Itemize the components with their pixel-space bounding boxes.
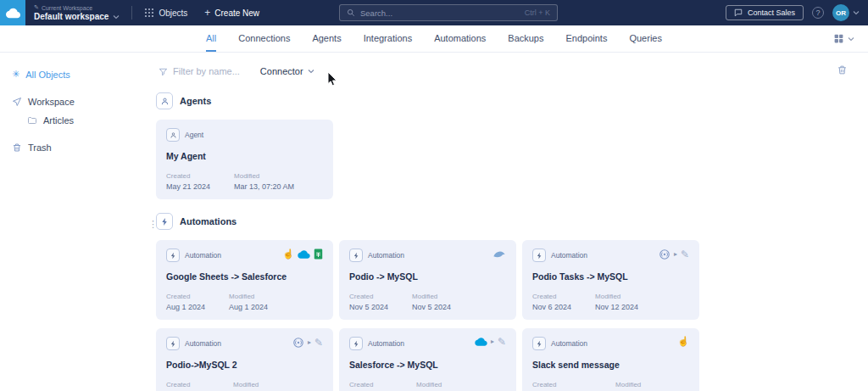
automations-card-grid: Automation ☝ Google Sheets -> Salesforce… [156, 240, 868, 391]
modified-label: Modified [416, 381, 459, 388]
tab-connections[interactable]: Connections [238, 25, 290, 52]
automation-card[interactable]: Automation ▸ ✎ Salesforce -> MySQL Creat… [339, 328, 516, 391]
chevron-down-icon [853, 10, 860, 15]
salesforce-icon [475, 337, 487, 347]
created-label: Created [349, 293, 388, 300]
created-value: May 21 2024 [166, 182, 210, 191]
card-tag-label: Automation [368, 251, 404, 260]
automation-card[interactable]: Automation ☝ Google Sheets -> Salesforce… [156, 240, 333, 320]
view-switcher[interactable] [833, 25, 854, 52]
card-meta: Created Nov 6 2024 Modified Nov 12 2024 [532, 293, 689, 311]
created-value: Nov 5 2024 [349, 303, 388, 311]
plus-icon: + [204, 7, 210, 19]
account-menu[interactable]: OR [832, 4, 860, 21]
trash-icon [837, 64, 848, 75]
modified-value: Mar 13, 07:20 AM [234, 182, 294, 191]
grid-view-icon [833, 33, 844, 44]
tab-backups[interactable]: Backups [508, 25, 543, 52]
pointer-hand-icon: ☝ [677, 337, 689, 346]
filter-placeholder: Filter by name... [173, 66, 240, 76]
chevron-down-icon [113, 14, 120, 20]
contact-sales-button[interactable]: Contact Sales [726, 5, 804, 20]
connector-dropdown[interactable]: Connector [260, 66, 314, 76]
modified-label: Modified [229, 293, 268, 300]
help-icon[interactable]: ? [812, 7, 824, 19]
app-logo[interactable] [0, 0, 25, 25]
arrow-right-icon: ▸ [308, 339, 311, 346]
created-label: Created [166, 381, 209, 388]
workspace-name: Default workspace [34, 12, 108, 21]
tab-automations[interactable]: Automations [434, 25, 486, 52]
modified-label: Modified [233, 381, 276, 388]
section-title: Agents [180, 96, 211, 106]
lightning-icon [349, 249, 363, 262]
automation-card[interactable]: Automation ▸ ✎ Podio->MySQL 2 Created No… [156, 328, 333, 391]
webhook-icon [292, 337, 304, 349]
automation-card[interactable]: Automation ☝ Slack send message Created … [522, 328, 699, 391]
search-shortcut-hint: Ctrl + K [525, 8, 550, 17]
sidebar-item-workspace[interactable]: Workspace [0, 92, 153, 111]
card-tag-label: Automation [185, 339, 221, 348]
modified-value: Nov 5 2024 [412, 303, 451, 311]
tab-all[interactable]: All [206, 25, 216, 52]
search-input[interactable]: Search... Ctrl + K [339, 4, 558, 21]
connector-icons [492, 249, 506, 259]
drag-handle[interactable]: ⋮ [148, 222, 158, 226]
sidebar: ✳ All Objects Workspace Articles Trash [0, 53, 153, 391]
card-meta: Created Aug 1 2024 Modified Aug 1 2024 [166, 293, 323, 311]
modified-label: Modified [595, 293, 638, 300]
card-tag-label: Automation [368, 339, 404, 348]
automation-card[interactable]: Automation Podio -> MySQL Created Nov 5 … [339, 240, 516, 320]
modified-label: Modified [412, 293, 451, 300]
sidebar-item-all-objects[interactable]: ✳ All Objects [0, 64, 153, 84]
filter-by-name-input[interactable]: Filter by name... [159, 66, 240, 76]
sidebar-item-label: Workspace [28, 97, 75, 107]
agent-card[interactable]: Agent My Agent Created May 21 2024 Modif… [156, 120, 333, 199]
connector-label: Connector [260, 66, 303, 76]
agent-icon [160, 97, 170, 106]
filter-icon [159, 67, 168, 76]
card-meta: Created Nov 12 2024 Modified Nov 12 2024 [166, 381, 323, 391]
objects-button-label: Objects [159, 8, 187, 18]
card-title: Podio->MySQL 2 [166, 360, 323, 370]
arrow-right-icon: ▸ [491, 338, 494, 345]
tab-integrations[interactable]: Integrations [364, 25, 412, 52]
asterisk-icon: ✳ [12, 69, 19, 80]
agents-card-grid: Agent My Agent Created May 21 2024 Modif… [156, 120, 868, 199]
tab-endpoints[interactable]: Endpoints [566, 25, 608, 52]
automation-section-icon [156, 213, 173, 230]
chevron-down-icon [848, 36, 854, 42]
created-label: Created [532, 293, 571, 300]
lightning-icon [532, 337, 546, 350]
objects-button[interactable]: Objects [144, 8, 187, 18]
search-placeholder: Search... [360, 8, 520, 18]
sidebar-item-articles[interactable]: Articles [0, 111, 153, 130]
card-title: My Agent [166, 151, 323, 161]
page: ✎ Current Workspace Default workspace Ob… [0, 0, 868, 391]
tab-queries[interactable]: Queries [629, 25, 662, 52]
automation-card[interactable]: Automation ▸ ✎ Podio Tasks -> MySQL Crea… [522, 240, 699, 320]
created-label: Created [532, 381, 592, 388]
agent-icon [166, 128, 180, 142]
mysql-dolphin-icon [492, 249, 506, 259]
tabs-bar: All Connections Agents Integrations Auto… [0, 25, 868, 53]
agents-section-header: Agents [156, 92, 868, 109]
tab-agents[interactable]: Agents [312, 25, 341, 52]
card-tag: Automation [349, 249, 506, 262]
create-new-button[interactable]: + Create New [204, 7, 259, 19]
modified-label: Modified [234, 172, 294, 180]
pencil-icon: ✎ [314, 338, 323, 348]
created-value: Aug 1 2024 [166, 303, 205, 311]
card-title: Salesforce -> MySQL [349, 360, 506, 370]
card-title: Podio -> MySQL [349, 271, 506, 282]
created-label: Created [166, 293, 205, 300]
avatar: OR [832, 4, 849, 21]
sidebar-item-trash[interactable]: Trash [0, 138, 153, 157]
workspace-switcher[interactable]: ✎ Current Workspace Default workspace [34, 4, 120, 21]
connector-icons: ☝ [282, 249, 323, 260]
filter-row: Filter by name... Connector [153, 64, 868, 79]
modified-value: Nov 12 2024 [595, 303, 638, 311]
divider [131, 6, 132, 20]
lightning-icon [349, 337, 363, 350]
delete-button[interactable] [837, 64, 848, 79]
